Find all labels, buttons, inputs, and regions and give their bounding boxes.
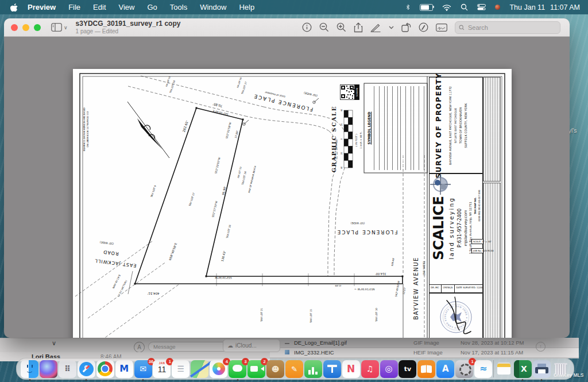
- qr-caption: SCAN ME: [354, 84, 359, 100]
- dock-icon-freeform[interactable]: ≈: [474, 360, 492, 378]
- dock-icon-podcasts[interactable]: ◎: [380, 360, 398, 378]
- menu-item-help[interactable]: Help: [233, 0, 261, 14]
- rotate-left-button[interactable]: [401, 22, 411, 32]
- title-bar[interactable]: ∨ s3YDCG_30191_survey_r1 copy 1 page — E…: [4, 18, 570, 37]
- dock-icon-books[interactable]: [417, 360, 435, 378]
- dock-icon-malwarebytes[interactable]: M: [115, 360, 133, 378]
- signature-button[interactable]: [436, 24, 447, 32]
- zoom-window-button[interactable]: [34, 24, 41, 31]
- dock-icon-calendar[interactable]: JAN111: [153, 360, 171, 378]
- message-input[interactable]: Message: [148, 342, 233, 352]
- dock-separator: [493, 360, 494, 377]
- search-icon: [459, 25, 465, 30]
- dock-icon-photos[interactable]: 4: [210, 360, 227, 378]
- info-button[interactable]: [302, 22, 312, 32]
- dock-icon-pages[interactable]: ✎: [285, 360, 303, 378]
- scale-tick: 20: [341, 124, 343, 126]
- menu-item-file[interactable]: File: [62, 0, 87, 14]
- plot-label: 41.89: [335, 284, 342, 287]
- sidebar-toggle-button[interactable]: ∨: [51, 23, 68, 32]
- survey-address: BAYVIEW AVENUE, EAST PATCHOGUE, NEW YORK…: [447, 79, 452, 172]
- bluetooth-icon[interactable]: [405, 3, 411, 11]
- dock-icon-messages[interactable]: 3: [229, 360, 246, 378]
- file-kind: GIF Image: [413, 339, 439, 346]
- dock-icon-safari[interactable]: [78, 360, 95, 378]
- symbol-legend-column: [374, 86, 398, 170]
- dock-icon-news[interactable]: N: [342, 360, 360, 378]
- search-input[interactable]: [467, 24, 538, 32]
- dock-icon-facetime[interactable]: 2: [247, 360, 265, 378]
- chevron-down-icon: ∨: [64, 25, 68, 30]
- dock-icon-tv[interactable]: tv: [399, 360, 416, 378]
- zoom-out-button[interactable]: [319, 22, 329, 32]
- dock-icon-music[interactable]: ♫: [361, 360, 379, 378]
- svg-text:STATE OF NEW YORK ✶ LICENSED L: STATE OF NEW YORK ✶ LICENSED LAND SURVEY…: [431, 305, 468, 338]
- dock-icon-printer[interactable]: [533, 360, 551, 378]
- file-kind: HEIF Image: [413, 349, 443, 356]
- file-row[interactable]: DE_Logo_Email[1].gifGIF ImageNov 28, 202…: [270, 338, 579, 348]
- desktop-wallpaper: yl's OneKey MLS ∨ A Message Lori Bass 8:…: [0, 0, 588, 382]
- plot-label: 404.51': [148, 292, 160, 295]
- scale-tick: 20: [341, 152, 343, 155]
- firm-logo: [430, 173, 451, 195]
- markup-menu-chevron[interactable]: [389, 26, 394, 29]
- dock-icon-numbers[interactable]: [304, 360, 322, 378]
- icloud-button[interactable]: ☁ iCloud...: [223, 339, 280, 352]
- file-row[interactable]: IMG_2332.HEICHEIF ImageNov 17, 2023 at 1…: [270, 348, 579, 357]
- recording-indicator-icon[interactable]: [495, 5, 500, 10]
- desktop-icon-label: yl's: [568, 128, 577, 134]
- minimize-button[interactable]: [22, 24, 29, 31]
- plot-label: N53°20'30"W →: [355, 288, 375, 291]
- dock-icon-excel[interactable]: X: [514, 360, 532, 378]
- dock-icon-keynote[interactable]: [323, 360, 341, 378]
- search-field[interactable]: [455, 21, 560, 34]
- dock-icon-siri[interactable]: [40, 360, 57, 378]
- dock-icon-appstore[interactable]: A: [436, 360, 454, 378]
- plot-label: 314.00': [376, 272, 386, 276]
- menu-item-window[interactable]: Window: [194, 0, 233, 14]
- control-center-icon[interactable]: [477, 4, 486, 10]
- chevron-down-icon[interactable]: ∨: [52, 339, 56, 347]
- firm-address: 1 South Bay Avenue, Islip, NY 11751: [468, 175, 473, 281]
- dock-icon-mail[interactable]: ✉36: [134, 360, 152, 378]
- battery-icon[interactable]: [420, 4, 433, 11]
- window-subtitle: 1 page — Edited: [76, 28, 181, 34]
- annotate-button[interactable]: [419, 22, 428, 32]
- share-button[interactable]: [354, 22, 363, 33]
- window-title: s3YDCG_30191_survey_r1 copy: [76, 20, 181, 28]
- apple-menu[interactable]: [0, 3, 21, 11]
- file-list-window: DE_Logo_Email[1].gifGIF ImageNov 28, 202…: [270, 338, 579, 358]
- upload-icon[interactable]: ↑: [536, 342, 546, 352]
- menu-item-go[interactable]: Go: [141, 0, 163, 14]
- tax-map-label: TAX MAP NO.: [473, 175, 477, 237]
- surveyor-notes: [483, 77, 501, 182]
- search-icon[interactable]: [461, 3, 468, 11]
- title-block: SURVEY OF PROPERTY BAYVIEW AVENUE, EAST …: [429, 77, 483, 174]
- scale-tick: 40: [341, 109, 343, 112]
- close-button[interactable]: [11, 24, 18, 31]
- dock-icon-contacts[interactable]: ☻: [266, 360, 284, 378]
- menubar-clock[interactable]: Thu Jan 11 11:07 AM: [509, 3, 580, 11]
- dock-icon-finder[interactable]: [21, 360, 38, 378]
- app-store-messages-icon[interactable]: A: [134, 342, 145, 353]
- dock-icon-chrome[interactable]: [96, 360, 114, 378]
- dock-icon-settings[interactable]: 1: [455, 360, 473, 378]
- menu-item-preview[interactable]: Preview: [21, 0, 62, 14]
- menubar-date: Thu Jan 11: [509, 3, 545, 11]
- dock-icon-stack[interactable]: [495, 360, 513, 378]
- running-indicator: [237, 379, 238, 381]
- menu-item-view[interactable]: View: [113, 0, 141, 14]
- running-indicator: [142, 379, 144, 381]
- document-page: BEARINGS SHOWN HEREON ARE BASED ON LIBER…: [73, 69, 512, 338]
- dock-icon-launchpad[interactable]: ⠿: [59, 360, 76, 378]
- wifi-icon[interactable]: [442, 4, 451, 11]
- survey-title: SURVEY OF PROPERTY: [431, 79, 446, 172]
- dock-icon-maps[interactable]: [191, 360, 208, 378]
- zoom-in-button[interactable]: [336, 22, 346, 32]
- dock-icon-trash[interactable]: [552, 360, 570, 378]
- menu-item-tools[interactable]: Tools: [164, 0, 194, 14]
- tax-map-number: 0200-982.80-03.00-017.000: [477, 175, 481, 237]
- dock-icon-reminders[interactable]: ☰: [172, 360, 189, 378]
- menu-item-edit[interactable]: Edit: [87, 0, 112, 14]
- markup-pen-button[interactable]: [370, 22, 381, 32]
